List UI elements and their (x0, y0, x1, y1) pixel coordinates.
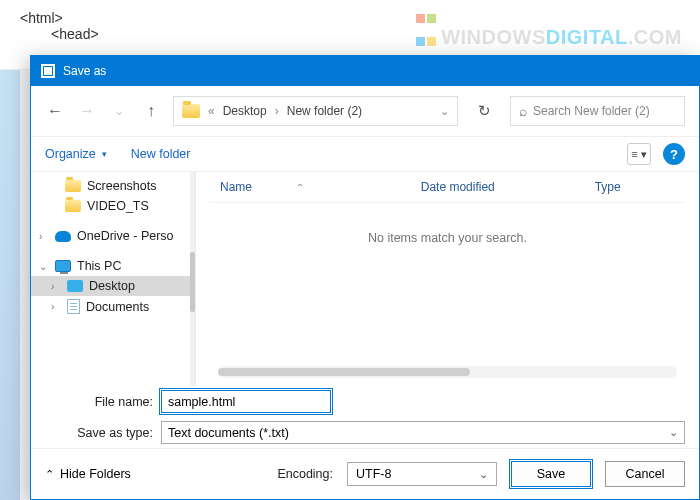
hide-folders-toggle[interactable]: Hide Folders (45, 467, 131, 481)
chevron-right-icon[interactable]: › (51, 281, 61, 292)
onedrive-icon (55, 231, 71, 242)
sidebar-scrollbar[interactable] (190, 172, 195, 386)
folder-icon (182, 104, 200, 118)
column-name[interactable]: Name (220, 180, 381, 194)
filename-label: File name: (45, 395, 153, 409)
sidebar-item-videots[interactable]: VIDEO_TS (31, 196, 195, 216)
titlebar[interactable]: Save as (31, 56, 699, 86)
new-folder-button[interactable]: New folder (131, 147, 191, 161)
sidebar-label: VIDEO_TS (87, 199, 149, 213)
save-as-dialog: Save as « Desktop › New folder (2) ⌄ Sea… (30, 55, 700, 500)
sort-indicator-icon (292, 180, 304, 194)
sidebar-item-thispc[interactable]: ⌄This PC (31, 256, 195, 276)
search-input[interactable]: Search New folder (2) (510, 96, 685, 126)
search-icon (519, 103, 527, 119)
sidebar: Screenshots VIDEO_TS ›OneDrive - Perso ⌄… (31, 172, 196, 386)
breadcrumb-sep: « (208, 104, 215, 118)
breadcrumb-desktop[interactable]: Desktop (223, 104, 267, 118)
column-type[interactable]: Type (595, 180, 675, 194)
savetype-value: Text documents (*.txt) (168, 426, 289, 440)
chevron-right-icon[interactable]: › (51, 301, 61, 312)
history-dropdown[interactable] (109, 101, 129, 121)
sidebar-label: Documents (86, 300, 149, 314)
savetype-label: Save as type: (45, 426, 153, 440)
chevron-right-icon: › (275, 104, 279, 118)
encoding-label: Encoding: (277, 467, 333, 481)
breadcrumb-newfolder[interactable]: New folder (2) (287, 104, 362, 118)
chevron-down-icon[interactable]: ⌄ (39, 261, 49, 272)
filename-input[interactable] (161, 390, 331, 413)
nav-row: « Desktop › New folder (2) ⌄ Search New … (31, 86, 699, 137)
forward-button[interactable] (77, 101, 97, 121)
folder-icon (65, 200, 81, 212)
code-line: <html> (20, 10, 63, 26)
pc-icon (55, 260, 71, 272)
encoding-value: UTF-8 (356, 467, 391, 481)
savetype-dropdown[interactable]: Text documents (*.txt) (161, 421, 685, 444)
up-button[interactable] (141, 101, 161, 121)
chevron-right-icon[interactable]: › (39, 231, 49, 242)
cancel-button[interactable]: Cancel (605, 461, 685, 487)
watermark: WINDOWSDIGITAL.COM (415, 6, 682, 49)
sidebar-label: OneDrive - Perso (77, 229, 174, 243)
filename-row: File name: (31, 386, 699, 417)
column-date[interactable]: Date modified (421, 180, 555, 194)
folder-icon (65, 180, 81, 192)
help-button[interactable]: ? (663, 143, 685, 165)
sidebar-item-desktop[interactable]: ›Desktop (31, 276, 195, 296)
address-bar[interactable]: « Desktop › New folder (2) ⌄ (173, 96, 458, 126)
code-line: <head> (20, 26, 99, 42)
sidebar-item-documents[interactable]: ›Documents (31, 296, 195, 317)
desktop-edge (0, 0, 20, 500)
desktop-icon (67, 280, 83, 292)
refresh-button[interactable] (470, 97, 498, 125)
file-list-pane: Name Date modified Type No items match y… (196, 172, 699, 386)
dialog-body: Screenshots VIDEO_TS ›OneDrive - Perso ⌄… (31, 172, 699, 386)
sidebar-label: Desktop (89, 279, 135, 293)
document-icon (67, 299, 80, 314)
sidebar-label: Screenshots (87, 179, 156, 193)
dialog-footer: Hide Folders Encoding: UTF-8 Save Cancel (31, 448, 699, 499)
organize-menu[interactable]: Organize (45, 147, 107, 161)
search-placeholder: Search New folder (2) (533, 104, 650, 118)
windows-logo-icon (415, 6, 437, 28)
chevron-down-icon[interactable]: ⌄ (440, 105, 449, 118)
save-button[interactable]: Save (511, 461, 591, 487)
toolbar: Organize New folder ≡ ▾ ? (31, 137, 699, 172)
empty-message: No items match your search. (210, 203, 685, 366)
column-headers: Name Date modified Type (210, 172, 685, 203)
back-button[interactable] (45, 101, 65, 121)
savetype-row: Save as type: Text documents (*.txt) (31, 417, 699, 448)
view-options-button[interactable]: ≡ ▾ (627, 143, 651, 165)
save-icon (41, 64, 55, 78)
horizontal-scrollbar[interactable] (218, 366, 677, 378)
sidebar-item-onedrive[interactable]: ›OneDrive - Perso (31, 226, 195, 246)
encoding-dropdown[interactable]: UTF-8 (347, 462, 497, 486)
dialog-title: Save as (63, 64, 106, 78)
sidebar-item-screenshots[interactable]: Screenshots (31, 176, 195, 196)
sidebar-label: This PC (77, 259, 121, 273)
